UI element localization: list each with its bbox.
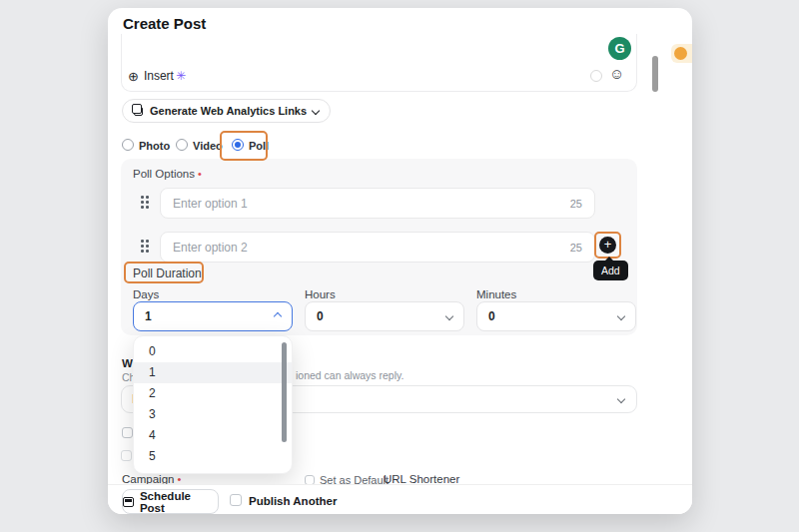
link-squares-icon — [134, 107, 143, 116]
radio-poll-label[interactable]: Poll — [249, 140, 269, 152]
drag-handle-icon[interactable] — [141, 240, 149, 253]
add-tooltip: Add — [593, 261, 628, 280]
add-option-button[interactable]: + — [599, 237, 616, 254]
schedule-post-label: Schedule Post — [140, 490, 218, 514]
insert-plus-icon: ⊕ — [128, 70, 139, 83]
poll-option-2-input[interactable]: Enter option 2 25 — [160, 232, 595, 263]
ai-sparkle-icon[interactable]: ✳ — [176, 69, 186, 83]
dropdown-item-2[interactable]: 2 — [134, 383, 292, 404]
minutes-select[interactable]: 0 — [476, 301, 636, 331]
emoji-picker-icon[interactable]: ☺ — [609, 65, 624, 82]
option-checkbox[interactable] — [122, 427, 133, 438]
days-value: 1 — [145, 309, 152, 323]
chevron-up-icon — [274, 312, 282, 320]
dropdown-item-4[interactable]: 4 — [134, 425, 292, 446]
radio-video[interactable] — [176, 139, 188, 151]
days-dropdown-menu: 0 1 2 3 4 5 — [133, 335, 293, 474]
poll-option-1-placeholder: Enter option 1 — [173, 197, 248, 211]
grammarly-icon[interactable]: G — [608, 37, 631, 60]
chevron-down-icon — [312, 107, 320, 115]
dropdown-item-5[interactable]: 5 — [134, 446, 292, 467]
days-select[interactable]: 1 — [133, 301, 293, 331]
option-checkbox[interactable] — [121, 450, 132, 461]
trial-badge[interactable] — [671, 44, 692, 63]
hours-label: Hours — [305, 288, 336, 300]
publish-another-checkbox[interactable] — [230, 494, 242, 506]
page-title: Create Post — [123, 15, 206, 32]
create-post-modal: Create Post G ⊕ Insert ✳ ☺ Generate Web … — [108, 8, 692, 514]
dropdown-item-0[interactable]: 0 — [134, 341, 292, 362]
dropdown-scrollbar[interactable] — [282, 342, 287, 442]
generate-analytics-links-button[interactable]: Generate Web Analytics Links — [122, 99, 331, 123]
chevron-down-icon — [445, 312, 453, 320]
poll-option-2-char-count: 25 — [570, 242, 582, 254]
insert-button[interactable]: ⊕ Insert — [128, 69, 174, 83]
required-marker: • — [198, 168, 202, 180]
radio-video-label[interactable]: Video — [193, 140, 223, 152]
poll-option-1-char-count: 25 — [570, 198, 582, 210]
hours-select[interactable]: 0 — [305, 301, 464, 331]
generate-analytics-links-label: Generate Web Analytics Links — [150, 105, 307, 117]
calendar-icon — [123, 497, 134, 507]
minutes-value: 0 — [488, 309, 495, 323]
insert-label: Insert — [144, 69, 174, 83]
days-label: Days — [133, 288, 159, 300]
poll-options-label-text: Poll Options — [133, 168, 195, 180]
chevron-down-icon — [617, 312, 625, 320]
schedule-post-button[interactable]: Schedule Post — [122, 489, 219, 514]
poll-option-1-input[interactable]: Enter option 1 25 — [160, 188, 595, 219]
radio-photo-label[interactable]: Photo — [139, 140, 170, 152]
radio-poll[interactable] — [232, 139, 244, 151]
reply-subtext-fragment-right: ioned can always reply. — [296, 369, 403, 381]
poll-option-2-placeholder: Enter option 2 — [173, 241, 248, 255]
minutes-label: Minutes — [476, 288, 516, 300]
coin-icon — [674, 47, 687, 60]
poll-duration-label: Poll Duration — [133, 266, 202, 280]
modal-scrollbar[interactable] — [652, 56, 658, 92]
chevron-down-icon — [617, 395, 625, 403]
dropdown-item-3[interactable]: 3 — [134, 404, 292, 425]
drag-handle-icon[interactable] — [141, 196, 149, 209]
dropdown-item-1[interactable]: 1 — [134, 362, 292, 383]
modal-footer: Schedule Post Publish Another — [108, 484, 692, 514]
radio-photo[interactable] — [122, 139, 134, 151]
char-count-ring-icon — [590, 70, 602, 82]
post-text-editor[interactable] — [121, 34, 637, 92]
publish-another-label[interactable]: Publish Another — [249, 495, 337, 507]
poll-options-label: Poll Options• — [133, 168, 202, 180]
hours-value: 0 — [317, 309, 324, 323]
